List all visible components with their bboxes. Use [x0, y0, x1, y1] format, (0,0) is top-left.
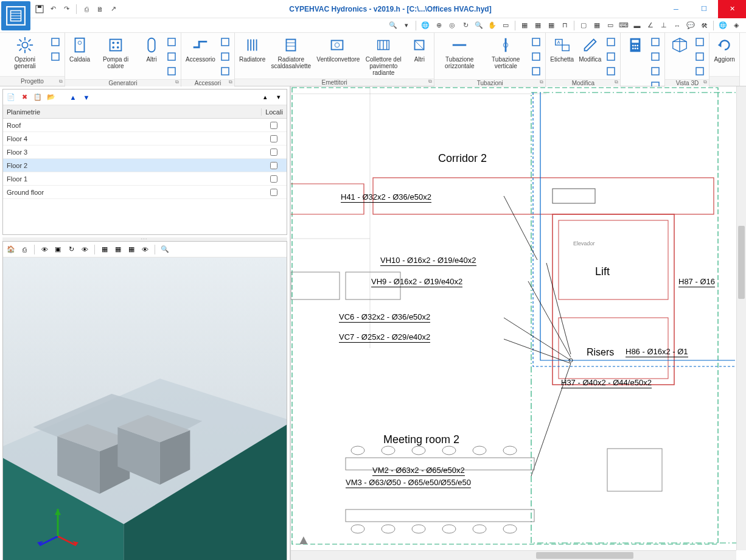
- altri-gen[interactable]: Altri: [139, 34, 164, 64]
- plan-canvas[interactable]: [291, 86, 746, 560]
- floor-row[interactable]: Roof: [3, 119, 287, 132]
- dim-icon[interactable]: ↔: [671, 19, 683, 32]
- aggiorna[interactable]: Aggiorn: [712, 34, 736, 64]
- angle-icon[interactable]: ∠: [644, 19, 657, 32]
- view3d-eye-icon[interactable]: 👁: [79, 244, 90, 255]
- etichetta[interactable]: AEtichetta: [548, 34, 576, 64]
- view3d-home-icon[interactable]: 🏠: [5, 244, 16, 255]
- export-icon[interactable]: ↗: [108, 4, 119, 15]
- save-icon[interactable]: [34, 4, 45, 15]
- view3d-l1-icon[interactable]: ▦: [99, 244, 110, 255]
- small-a3[interactable]: [218, 65, 232, 78]
- pipe-tag[interactable]: H87 - Ø16: [678, 277, 715, 287]
- dropdown-icon[interactable]: ▾: [400, 19, 413, 32]
- floor-row[interactable]: Floor 4: [3, 132, 287, 145]
- scalda[interactable]: Radiatore scaldasalviette: [268, 34, 313, 71]
- modifica[interactable]: Modifica: [577, 34, 603, 64]
- new-icon[interactable]: 📄: [5, 92, 16, 103]
- pipe-tag[interactable]: H37 - Ø40x2 - Ø44/e50x2: [561, 378, 652, 388]
- sc3[interactable]: [649, 65, 662, 78]
- pipe-tag[interactable]: VH9 - Ø16x2 - Ø19/e40x2: [371, 277, 462, 287]
- sv1[interactable]: [693, 35, 706, 49]
- ruler-icon[interactable]: ▬: [631, 19, 643, 32]
- collapse-icon[interactable]: ▴: [260, 92, 271, 103]
- floor-locali-checkbox[interactable]: [270, 189, 277, 196]
- sc2[interactable]: [649, 50, 662, 63]
- floor-row[interactable]: Floor 1: [3, 172, 287, 186]
- pipe-tag[interactable]: VM3 - Ø63/Ø50 - Ø65/e50/Ø55/e50: [346, 478, 471, 488]
- view3d-persp-icon[interactable]: 👁: [39, 244, 50, 255]
- layer3-icon[interactable]: ▦: [545, 19, 557, 32]
- folder-icon[interactable]: 📂: [46, 92, 57, 103]
- undo-icon[interactable]: ↶: [47, 4, 58, 15]
- radiatore[interactable]: Radiatore: [237, 34, 267, 64]
- sm-m2[interactable]: [604, 50, 618, 63]
- grid-icon[interactable]: ▦: [591, 19, 603, 32]
- floor-row[interactable]: Floor 2: [3, 159, 287, 172]
- vista3d[interactable]: [668, 34, 692, 57]
- view3d-zoom-icon[interactable]: 🔍: [159, 244, 170, 255]
- sm-m1[interactable]: [604, 35, 618, 49]
- print-icon[interactable]: ⎙: [81, 4, 92, 15]
- small-g1[interactable]: [165, 35, 178, 49]
- vertical-scrollbar[interactable]: [736, 86, 746, 550]
- pompa-calore[interactable]: Pompa di calore: [93, 34, 138, 71]
- altri-em[interactable]: Altri: [407, 34, 431, 64]
- copy-icon[interactable]: 📋: [32, 92, 43, 103]
- sm-m3[interactable]: [604, 65, 618, 78]
- floor-locali-checkbox[interactable]: [270, 162, 277, 169]
- opzioni-generali[interactable]: Opzioni generali: [2, 34, 47, 71]
- view3d-rotate-icon[interactable]: ↻: [66, 244, 77, 255]
- select-icon[interactable]: ▭: [500, 19, 512, 32]
- view3d-l2-icon[interactable]: ▦: [113, 244, 124, 255]
- horizontal-scrollbar[interactable]: [291, 550, 736, 560]
- doc-icon[interactable]: 🗎: [94, 4, 105, 15]
- ortho-icon[interactable]: ⊥: [658, 19, 670, 32]
- help-globe-icon[interactable]: 🌐: [717, 19, 729, 32]
- floor-row[interactable]: Floor 3: [3, 145, 287, 159]
- pipe-tag[interactable]: VC7 - Ø25x2 - Ø29/e40x2: [339, 332, 430, 343]
- calc[interactable]: [623, 34, 647, 57]
- magnet-icon[interactable]: ⊓: [559, 19, 571, 32]
- zoom-icon[interactable]: 🔍: [473, 19, 485, 32]
- nav-icon[interactable]: ⊕: [433, 19, 445, 32]
- globe-icon[interactable]: 🌐: [419, 19, 431, 32]
- minimize-button[interactable]: ─: [662, 0, 690, 18]
- floor-row[interactable]: Ground floor: [3, 186, 287, 199]
- view3d-canvas[interactable]: [3, 257, 287, 560]
- refresh-icon[interactable]: ↻: [459, 19, 472, 32]
- small-g2[interactable]: [165, 50, 178, 63]
- small-g3[interactable]: [165, 65, 178, 78]
- floor-locali-checkbox[interactable]: [270, 149, 277, 156]
- move-down-icon[interactable]: ▼: [81, 92, 92, 103]
- view3d-hide-icon[interactable]: 👁: [139, 244, 150, 255]
- expand-icon[interactable]: ▾: [273, 92, 284, 103]
- target-icon[interactable]: ◎: [446, 19, 458, 32]
- tools-icon[interactable]: 🛠: [698, 19, 710, 32]
- pipe-tag[interactable]: VH10 - Ø16x2 - Ø19/e40x2: [380, 256, 476, 266]
- floor-locali-checkbox[interactable]: [270, 135, 277, 142]
- pipe-tag[interactable]: VC6 - Ø32x2 - Ø36/e50x2: [339, 312, 430, 323]
- pipe-tag[interactable]: H86 - Ø16x2 - Ø1: [626, 347, 688, 357]
- note-icon[interactable]: 💬: [685, 19, 697, 32]
- maximize-button[interactable]: ☐: [690, 0, 718, 18]
- delete-icon[interactable]: ✖: [19, 92, 30, 103]
- snap3-icon[interactable]: ▭: [604, 19, 616, 32]
- tub-vert[interactable]: Tubazione verticale: [483, 34, 528, 71]
- small-a1[interactable]: [218, 35, 232, 49]
- view3d-print-icon[interactable]: ⎙: [19, 244, 30, 255]
- pipe-tag[interactable]: H41 - Ø32x2 - Ø36/e50x2: [341, 192, 431, 203]
- sc1[interactable]: [649, 35, 662, 49]
- sv3[interactable]: [693, 65, 706, 78]
- floor-locali-checkbox[interactable]: [270, 122, 277, 129]
- pan-icon[interactable]: ✋: [486, 19, 498, 32]
- small-t3[interactable]: [529, 65, 543, 78]
- snap1-icon[interactable]: ▢: [577, 19, 590, 32]
- floor-locali-checkbox[interactable]: [270, 175, 277, 183]
- kbd-icon[interactable]: ⌨: [618, 19, 630, 32]
- small-2[interactable]: [49, 50, 62, 63]
- tub-oriz[interactable]: Tubazione orizzontale: [437, 34, 482, 71]
- ventil[interactable]: Ventilconvettore: [315, 34, 360, 64]
- accessorio[interactable]: Accessorio: [184, 34, 217, 64]
- redo-icon[interactable]: ↷: [61, 4, 72, 15]
